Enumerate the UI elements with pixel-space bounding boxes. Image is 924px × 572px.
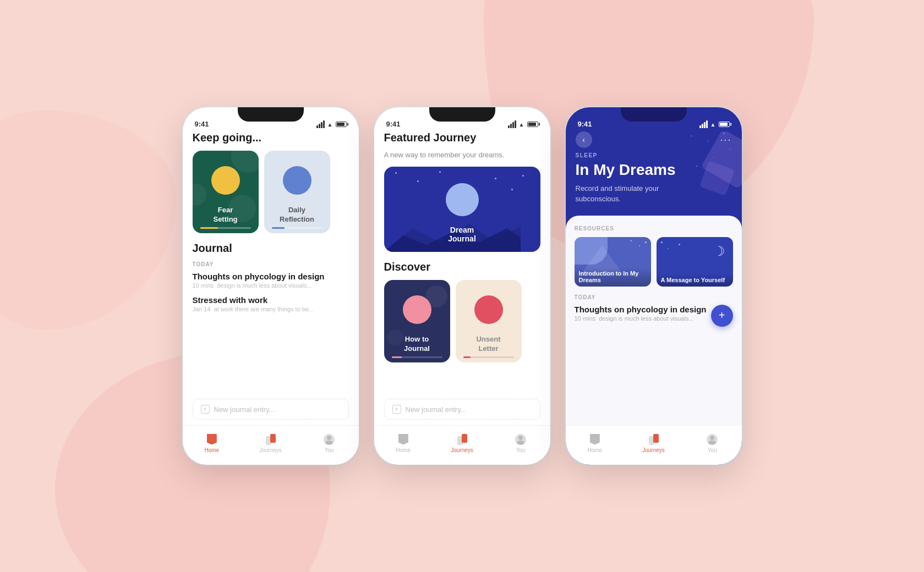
res-card-2-title: A Message to Yourself [657,273,733,287]
home-icon-3 [590,434,600,445]
journal-entry-1[interactable]: Thoughts on phycology in design 10 mins … [193,272,349,289]
pattern-blob-2 [193,184,206,206]
header-star-3: ✦ [690,134,692,138]
dc-star-3 [417,180,419,182]
phone3-tab-journeys[interactable]: Journeys [624,433,683,453]
phone1-battery-fill [337,123,345,126]
journeys-tab-icon-1 [264,433,277,446]
journey-cards-row: FearSetting DailyReflection [193,151,349,233]
phone3-tab-home[interactable]: Home [566,433,625,453]
header-star-2: ✦ [707,140,709,142]
phone2-notch [429,107,495,122]
resource-card-2[interactable]: ☽ A Message to Yourself [657,237,733,287]
fear-card-circle [211,166,240,195]
signal-bar-3 [321,122,322,128]
entry2-title: Stressed with work [193,295,349,305]
home-icon [207,434,217,445]
phone3-today-label: TODAY [575,294,733,300]
add-entry-fab[interactable]: + [711,305,733,327]
home-tab-icon [205,433,218,446]
phone1-screen: Keep going... FearSetting [183,131,359,465]
phone3-battery-icon [719,122,730,127]
res-moon-icon: ☽ [713,244,725,259]
resource-card-1[interactable]: Introduction to In My Dreams [575,237,651,287]
bg-decoration-3 [0,110,176,330]
you-icon [324,434,335,445]
res-star-1 [645,241,647,243]
phone1-tab-home[interactable]: Home [183,433,242,453]
new-entry-text-1: New journal entry... [214,405,275,414]
phone3-journeys-label: Journeys [642,447,665,453]
dc-star-1 [395,172,397,174]
phone-detail: 9:41 ▲ ✦ ✦ ✦ ✦ [566,107,742,465]
phone-home: 9:41 ▲ Keep going... [183,107,359,465]
how-to-journal-card[interactable]: How toJournal [384,280,450,362]
journal-entry-2[interactable]: Stressed with work Jan 14 at work there … [193,295,349,312]
phone1-battery-icon [336,122,347,127]
dc-star-6 [495,178,496,179]
phone3-signal [699,120,708,128]
unsent-letter-card[interactable]: UnsentLetter [456,280,522,362]
phone1-home-label: Home [204,447,219,453]
disc-card-1-fill [392,356,402,358]
res-star-5 [668,248,669,249]
resource-cards: Introduction to In My Dreams ☽ A Message… [575,237,733,287]
phone2-tab-journeys[interactable]: Journeys [433,433,491,453]
phone3-notch [621,107,687,122]
daily-progress-fill [272,227,285,229]
phone1-notch [238,107,304,122]
phone2-bottom-bar: Home Journeys You [374,425,550,465]
phone3-entry-title: Thoughts on phycology in design [575,305,711,314]
entry1-meta: 10 mins design is much less about visual… [193,282,349,289]
phone1-you-label: You [325,447,334,453]
fear-setting-card[interactable]: FearSetting [193,151,259,233]
phone2-tab-you[interactable]: You [491,433,550,453]
phone2-signal [508,120,516,128]
entry2-date: Jan 14 [193,306,211,312]
phone3-tab-you[interactable]: You [683,433,742,453]
phone3-entry-preview: design is much less about visuals... [599,315,693,322]
phone2-time: 9:41 [386,120,401,128]
phone1-tab-journeys[interactable]: Journeys [241,433,300,453]
header-star-6: ✦ [696,164,698,168]
journeys-icon-2 [457,434,467,445]
dream-journal-card[interactable]: DreamJournal [384,167,540,252]
discover-title: Discover [384,261,540,273]
phone2-content: Featured Journey A new way to remember y… [374,131,550,425]
phone3-screen: ✦ ✦ ✦ ✦ ✦ ✦ ‹ ··· SLEEP In My Dreams Rec… [566,131,742,465]
phone1-tab-you[interactable]: You [300,433,359,453]
phone3-you-icon [706,433,719,446]
dc-star-5 [511,189,513,190]
phone3-journeys-icon [647,433,660,446]
today-label-1: TODAY [193,261,349,267]
disc-card-2-fill [463,356,471,358]
signal-bar-2-3 [512,122,514,128]
res-star-4 [661,241,663,243]
dc-star-4 [439,171,441,173]
phone2-tab-home[interactable]: Home [374,433,433,453]
phone3-entry-time: 10 mins [575,315,596,322]
entry1-preview: design is much less about visuals... [217,282,311,289]
you-tab-icon-1 [322,433,336,446]
phone3-entry[interactable]: Thoughts on phycology in design 10 mins … [575,305,733,327]
phone3-you-label: You [708,447,717,453]
new-entry-btn-1[interactable]: + New journal entry... [193,399,349,420]
new-entry-text-2: New journal entry... [406,405,467,414]
entry2-meta: Jan 14 at work there are many things to … [193,306,349,312]
phone3-bottom-bar: Home Journeys You [566,425,742,465]
featured-subtitle: A new way to remember your dreams. [384,151,540,159]
entry2-preview: at work there are many things to be... [214,306,314,312]
signal-bar-2 [319,124,320,128]
entry1-title: Thoughts on phycology in design [193,272,349,281]
res-star-3 [630,240,632,241]
back-button[interactable]: ‹ [576,131,592,148]
daily-card-label: DailyReflection [280,206,314,224]
phone2-battery-fill [528,123,536,126]
new-entry-btn-2[interactable]: + New journal entry... [384,399,540,420]
fear-progress-fill [200,227,218,229]
daily-reflection-card[interactable]: DailyReflection [264,151,330,233]
featured-journey-title: Featured Journey [384,131,540,144]
phone3-body: RESOURCES Introduction to In My Dreams ☽ [566,216,742,425]
disc-card-2-progress [463,356,514,358]
phone1-signal [316,120,325,128]
